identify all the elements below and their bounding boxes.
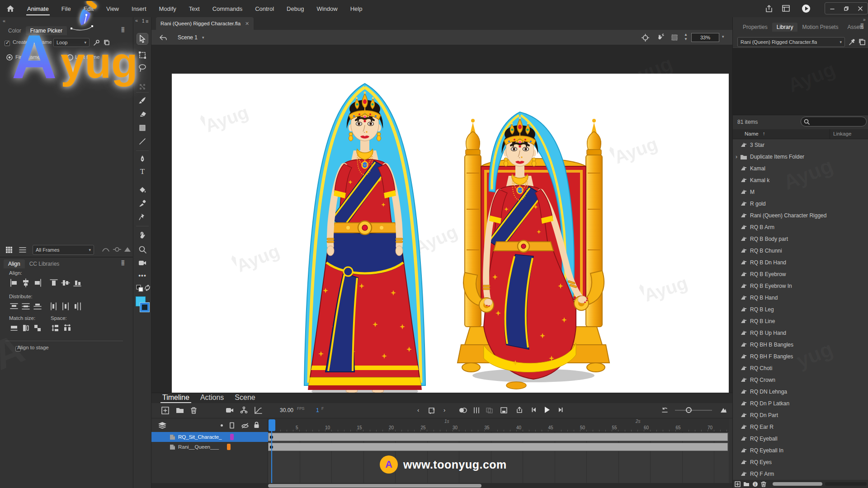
library-item[interactable]: › R gold bbox=[733, 198, 868, 210]
library-item[interactable]: › Kamal k bbox=[733, 174, 868, 186]
eraser-tool[interactable] bbox=[137, 108, 148, 119]
text-tool[interactable]: T bbox=[137, 166, 148, 177]
match-height-icon[interactable] bbox=[21, 324, 31, 333]
library-item[interactable]: › RQ Eyeball In bbox=[733, 445, 868, 456]
test-movie-icon[interactable] bbox=[801, 4, 811, 14]
rotate-view-icon[interactable] bbox=[656, 33, 665, 42]
paint-bucket-tool[interactable] bbox=[137, 184, 148, 195]
panel-tab[interactable]: Properties bbox=[738, 23, 772, 32]
align-left-icon[interactable] bbox=[9, 278, 19, 287]
align-middle-v-icon[interactable] bbox=[61, 278, 71, 287]
layer-frames[interactable] bbox=[268, 442, 729, 452]
hold-filter-icon[interactable] bbox=[113, 246, 121, 253]
library-item[interactable]: › Rani (Queen) Character Rigged bbox=[733, 210, 868, 221]
frame-span[interactable] bbox=[268, 443, 728, 451]
delete-layer-icon[interactable] bbox=[190, 407, 197, 414]
zoom-dropdown-icon[interactable]: ▾ bbox=[722, 34, 724, 39]
auto-keyframe-icon[interactable]: A bbox=[428, 407, 436, 414]
frame-ruler[interactable]: 510152025303540455055606570 1s 2s bbox=[268, 418, 729, 432]
center-frame-icon[interactable] bbox=[500, 407, 507, 413]
library-item[interactable]: › RQ Choti bbox=[733, 362, 868, 374]
timeline-tab[interactable]: Timeline bbox=[158, 392, 194, 403]
library-item[interactable]: › RQ BH F Bangles bbox=[733, 351, 868, 362]
first-frame-radio[interactable] bbox=[6, 54, 13, 61]
menu-item[interactable]: Commands bbox=[206, 0, 249, 17]
selection-tool[interactable] bbox=[137, 33, 148, 44]
distribute-right-icon[interactable] bbox=[72, 302, 82, 311]
library-item[interactable]: › RQ B Dn Hand bbox=[733, 257, 868, 268]
menu-item[interactable]: Insert bbox=[125, 0, 153, 17]
library-item[interactable]: › RQ DN Lehnga bbox=[733, 386, 868, 398]
distribute-bottom-icon[interactable] bbox=[33, 302, 42, 311]
prev-keyframe-icon[interactable]: ‹ bbox=[417, 407, 419, 413]
panel-tab[interactable]: Assets bbox=[843, 23, 868, 32]
workspace-layout-icon[interactable] bbox=[782, 5, 790, 12]
edit-multiple-frames-icon[interactable] bbox=[486, 407, 493, 413]
asset-warp-tool[interactable] bbox=[137, 81, 148, 92]
name-column-header[interactable]: Name bbox=[745, 131, 759, 136]
panel-tab[interactable]: Align bbox=[4, 259, 25, 268]
playhead[interactable] bbox=[269, 419, 275, 431]
all-frames-dropdown[interactable]: All Frames▾ bbox=[33, 245, 94, 255]
expand-panel-icon[interactable]: » bbox=[863, 17, 866, 22]
library-item[interactable]: › RQ B Leg bbox=[733, 304, 868, 315]
timeline-tab[interactable]: Scene bbox=[230, 392, 259, 403]
library-item[interactable]: › RQ F Arm bbox=[733, 468, 868, 480]
stroke-color-swatch[interactable] bbox=[140, 303, 149, 312]
scene-dropdown-icon[interactable]: ▾ bbox=[202, 35, 204, 40]
match-width-icon[interactable] bbox=[9, 324, 19, 333]
new-layer-icon[interactable] bbox=[161, 407, 169, 414]
onion-skin-outline-icon[interactable] bbox=[473, 407, 480, 413]
library-item[interactable]: › Kamal bbox=[733, 163, 868, 174]
line-tool[interactable] bbox=[137, 136, 148, 147]
pen-tool[interactable] bbox=[137, 154, 148, 164]
panel-menu-icon[interactable]: ≡≡ bbox=[121, 27, 125, 33]
collapse-dock-icon[interactable]: « bbox=[3, 18, 5, 23]
library-panel-menu-icon[interactable]: ≡≡ bbox=[860, 23, 864, 29]
zoom-stepper[interactable]: ▲▼ bbox=[684, 33, 688, 42]
timeline-zoom-slider[interactable] bbox=[675, 410, 712, 411]
zoom-in-frames-icon[interactable] bbox=[720, 407, 727, 413]
sort-ascending-icon[interactable]: ↑ bbox=[763, 131, 765, 136]
publish-share-icon[interactable] bbox=[765, 5, 773, 13]
item-properties-icon[interactable]: i bbox=[752, 481, 758, 487]
distribute-left-icon[interactable] bbox=[49, 302, 59, 311]
layer-row[interactable]: RQ_Sit_Characte_ bbox=[151, 432, 268, 442]
document-tab[interactable]: Rani (Queen) Rigged Character.fla ✕ bbox=[156, 17, 254, 30]
scene-breadcrumb[interactable]: Scene 1 bbox=[178, 34, 198, 41]
library-item[interactable]: › 3 Star bbox=[733, 139, 868, 151]
collapse-tools-icon[interactable]: « bbox=[135, 18, 138, 23]
brush-tool[interactable] bbox=[137, 95, 148, 106]
linkage-column-header[interactable]: Linkage bbox=[833, 131, 851, 136]
delete-item-icon[interactable] bbox=[761, 481, 766, 487]
library-item[interactable]: › RQ Eyeball bbox=[733, 433, 868, 445]
distribute-top-icon[interactable] bbox=[9, 302, 19, 311]
library-item[interactable]: › RQ B Line bbox=[733, 315, 868, 327]
library-item[interactable]: › M bbox=[733, 186, 868, 198]
menu-item[interactable]: Modify bbox=[153, 0, 183, 17]
space-horizontal-icon[interactable] bbox=[62, 324, 72, 333]
menu-item[interactable]: Window bbox=[310, 0, 344, 17]
restore-button[interactable] bbox=[844, 6, 849, 11]
library-item[interactable]: › RQ BH B Bangles bbox=[733, 339, 868, 351]
center-stage-icon[interactable] bbox=[642, 34, 649, 42]
layer-row[interactable]: Rani__Queen___ bbox=[151, 442, 268, 452]
close-tab-icon[interactable]: ✕ bbox=[245, 21, 249, 27]
library-item[interactable]: › RQ B Up Hand bbox=[733, 327, 868, 339]
library-item[interactable]: › RQ B Chunni bbox=[733, 245, 868, 257]
frame-span[interactable] bbox=[268, 433, 728, 441]
graph-editor-icon[interactable] bbox=[255, 407, 262, 414]
visibility-column-icon[interactable] bbox=[241, 422, 249, 429]
next-keyframe-icon[interactable]: › bbox=[443, 407, 445, 413]
timeline-tab[interactable]: Actions bbox=[196, 392, 228, 403]
highlight-column-icon[interactable] bbox=[221, 424, 223, 427]
default-colors-icon[interactable] bbox=[136, 285, 143, 292]
clip-content-icon[interactable] bbox=[671, 34, 678, 41]
list-view-icon[interactable] bbox=[19, 246, 26, 253]
panel-tab[interactable]: Motion Presets bbox=[797, 23, 843, 32]
pin-tool[interactable] bbox=[137, 211, 148, 222]
back-icon[interactable] bbox=[159, 34, 168, 41]
pin-library-icon[interactable] bbox=[849, 38, 856, 46]
panel-tab[interactable]: Color bbox=[4, 26, 26, 35]
loop-dropdown[interactable]: Loop▾ bbox=[53, 38, 90, 47]
